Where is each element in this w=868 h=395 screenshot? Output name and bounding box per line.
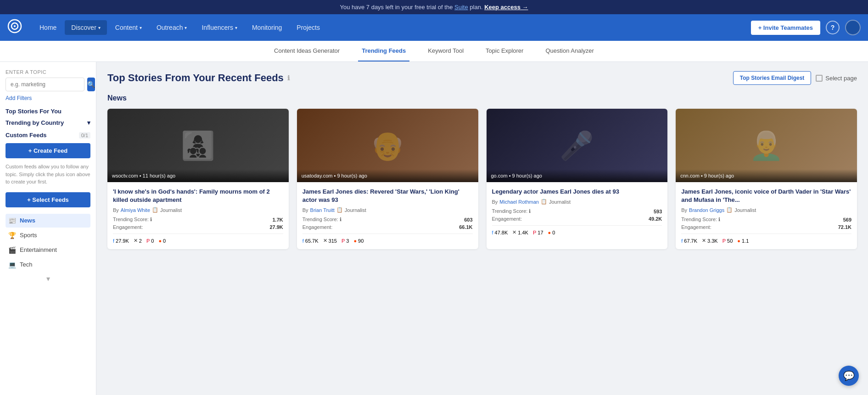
nav-items: Home Discover ▾ Content ▾ Outreach ▾ Inf…	[33, 20, 751, 35]
tab-trending-feeds[interactable]: Trending Feeds	[358, 41, 409, 61]
facebook-icon-3: f	[681, 238, 683, 244]
nav-projects[interactable]: Projects	[290, 20, 326, 35]
sidebar-item-news-label: News	[20, 217, 35, 224]
social-row-0: f 27.9K ✕ 2 P 0 ● 0	[113, 238, 283, 244]
card-source-0: wsoctv.com • 11 hour(s) ago	[107, 169, 289, 182]
sidebar-item-tech[interactable]: 💻 Tech	[6, 258, 90, 272]
sidebar: Enter a topic 🔍 Add Filters Top Stories …	[0, 62, 96, 395]
twitter-stat-2: ✕ 1.4K	[512, 229, 528, 235]
tab-content-ideas[interactable]: Content Ideas Generator	[270, 41, 343, 61]
topic-input-row: 🔍	[6, 78, 90, 91]
select-page-label: Select page	[825, 75, 857, 82]
nav-outreach[interactable]: Outreach ▾	[150, 20, 194, 35]
pinterest-stat-2: P 17	[533, 230, 543, 235]
avatar[interactable]	[845, 20, 861, 35]
pinterest-icon-2: P	[533, 230, 536, 235]
topic-search-button[interactable]: 🔍	[87, 78, 95, 91]
card-body-3: James Earl Jones, iconic voice of Darth …	[676, 182, 857, 249]
trending-score-val-0: 1.7K	[273, 217, 283, 223]
author-link-0[interactable]: Almiya White	[121, 207, 150, 213]
author-link-1[interactable]: Brian Truitt	[310, 207, 335, 213]
title-info-icon[interactable]: ℹ	[287, 74, 290, 82]
sidebar-item-entertainment-label: Entertainment	[20, 246, 57, 253]
card-image-3: 👨‍🦳 cnn.com • 9 hour(s) ago	[676, 109, 857, 182]
engagement-row-3: Engagement: 72.1K	[681, 224, 851, 230]
reddit-icon-0: ●	[158, 238, 162, 244]
tab-topic-explorer[interactable]: Topic Explorer	[482, 41, 527, 61]
email-digest-button[interactable]: Top Stories Email Digest	[733, 71, 811, 85]
info-icon-1[interactable]: ℹ	[340, 217, 342, 222]
news-cards-grid: 👩‍👧‍👦 wsoctv.com • 11 hour(s) ago 'I kno…	[107, 109, 857, 249]
sports-icon: 🏆	[8, 232, 16, 239]
nav-discover[interactable]: Discover ▾	[65, 20, 106, 35]
author-link-3[interactable]: Brandon Griggs	[689, 207, 724, 213]
twitter-icon-1: ✕	[323, 238, 327, 244]
facebook-stat-0: f 27.9K	[113, 238, 129, 244]
twitter-icon-2: ✕	[512, 229, 516, 235]
banner-plan: plan.	[470, 4, 482, 11]
pinterest-icon-1: P	[342, 238, 345, 244]
social-row-2: f 47.8K ✕ 1.4K P 17 ● 0	[492, 229, 662, 235]
engagement-val-3: 72.1K	[838, 224, 851, 230]
engagement-row-1: Engagement: 66.1K	[302, 224, 473, 230]
news-icon: 📰	[8, 217, 16, 224]
sidebar-item-sports[interactable]: 🏆 Sports	[6, 228, 90, 242]
trending-score-row-3: Trending Score: ℹ 569	[681, 217, 851, 223]
facebook-stat-1: f 65.7K	[302, 238, 319, 244]
pinterest-icon-0: P	[146, 238, 150, 244]
nav-content[interactable]: Content ▾	[109, 20, 148, 35]
chat-button[interactable]: 💬	[839, 366, 859, 386]
news-card-1[interactable]: 👴 usatoday.com • 9 hour(s) ago James Ear…	[297, 109, 478, 249]
info-icon-3[interactable]: ℹ	[718, 217, 720, 222]
twitter-stat-0: ✕ 2	[134, 238, 142, 244]
suite-link[interactable]: Suite	[454, 4, 468, 11]
trending-score-val-1: 603	[464, 217, 472, 223]
sidebar-item-news[interactable]: 📰 News	[6, 214, 90, 228]
news-card-0[interactable]: 👩‍👧‍👦 wsoctv.com • 11 hour(s) ago 'I kno…	[107, 109, 289, 249]
news-section-title: News	[107, 94, 857, 102]
twitter-stat-3: ✕ 3.3K	[702, 238, 718, 244]
discover-chevron-icon: ▾	[98, 25, 101, 30]
engagement-val-0: 27.9K	[269, 224, 283, 230]
custom-feeds-label: Custom Feeds	[6, 132, 47, 139]
info-icon-0[interactable]: ℹ	[150, 217, 152, 222]
create-feed-button[interactable]: + Create Feed	[6, 143, 90, 158]
select-page-checkbox[interactable]	[816, 75, 823, 82]
feed-description: Custom feeds allow you to follow any top…	[6, 163, 90, 186]
card-image-0: 👩‍👧‍👦 wsoctv.com • 11 hour(s) ago	[107, 109, 289, 182]
nav-influencers[interactable]: Influencers ▾	[195, 20, 243, 35]
news-card-3[interactable]: 👨‍🦳 cnn.com • 9 hour(s) ago James Earl J…	[676, 109, 857, 249]
select-feeds-button[interactable]: + Select Feeds	[6, 192, 90, 207]
nav-home[interactable]: Home	[33, 20, 63, 35]
trending-by-country-row[interactable]: Trending by Country ▾	[6, 119, 90, 126]
facebook-stat-2: f 47.8K	[492, 230, 508, 235]
info-icon-2[interactable]: ℹ	[529, 208, 531, 214]
scroll-down-indicator: ▾	[6, 273, 90, 285]
news-card-2[interactable]: 🎤 go.com • 9 hour(s) ago Legendary actor…	[487, 109, 668, 249]
logo[interactable]	[7, 19, 22, 36]
card-source-3: cnn.com • 9 hour(s) ago	[676, 169, 857, 182]
sidebar-item-entertainment[interactable]: 🎬 Entertainment	[6, 243, 90, 257]
enter-topic-label: Enter a topic	[6, 69, 90, 75]
keep-access-link[interactable]: Keep access →	[484, 4, 528, 11]
reddit-icon-3: ●	[737, 238, 740, 244]
add-filters-link[interactable]: Add Filters	[6, 95, 90, 101]
banner-text: You have 7 days left in your free trial …	[340, 4, 453, 11]
author-link-2[interactable]: Michael Rothman	[499, 199, 539, 205]
social-row-1: f 65.7K ✕ 315 P 3 ● 90	[302, 238, 473, 244]
tab-question-analyzer[interactable]: Question Analyzer	[542, 41, 598, 61]
card-body-1: James Earl Jones dies: Revered 'Star War…	[297, 182, 478, 249]
trending-chevron-icon: ▾	[87, 119, 90, 126]
card-source-2: go.com • 9 hour(s) ago	[487, 169, 668, 182]
topic-input[interactable]	[6, 78, 84, 91]
main-nav: Home Discover ▾ Content ▾ Outreach ▾ Inf…	[0, 14, 868, 41]
invite-teammates-button[interactable]: + Invite Teammates	[751, 21, 820, 35]
tab-keyword-tool[interactable]: Keyword Tool	[424, 41, 467, 61]
help-button[interactable]: ?	[826, 21, 840, 34]
nav-monitoring[interactable]: Monitoring	[246, 20, 288, 35]
card-source-1: usatoday.com • 9 hour(s) ago	[297, 169, 478, 182]
facebook-icon-0: f	[113, 238, 114, 244]
custom-feeds-row: Custom Feeds 0/1	[6, 132, 90, 139]
tech-icon: 💻	[8, 261, 16, 268]
twitter-icon-3: ✕	[702, 238, 706, 244]
